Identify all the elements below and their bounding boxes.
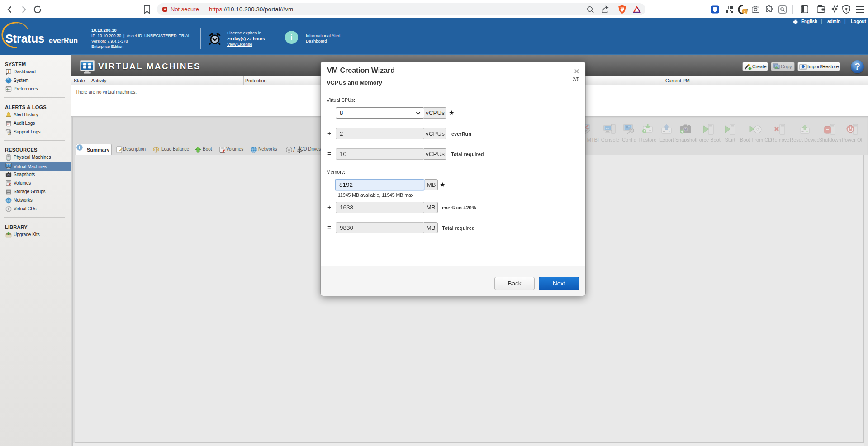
svg-text:Stratus: Stratus: [5, 32, 44, 45]
svg-text:vnc: vnc: [606, 127, 610, 130]
svg-text:1: 1: [744, 10, 746, 14]
svg-text:everRun: everRun: [49, 37, 78, 44]
